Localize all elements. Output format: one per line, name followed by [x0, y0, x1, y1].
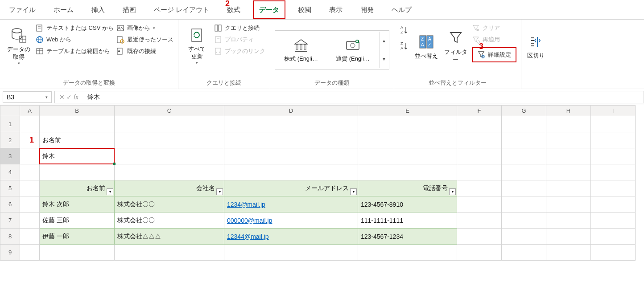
- queries-connections-button[interactable]: クエリと接続: [214, 24, 265, 32]
- split-icon: [528, 34, 544, 49]
- formula-input[interactable]: 鈴木: [83, 91, 644, 103]
- cell[interactable]: 111-1111-1111: [358, 212, 457, 229]
- cell[interactable]: 123-4567-1234: [358, 229, 457, 245]
- recent-sources-button[interactable]: 最近使ったソース: [116, 36, 173, 44]
- workbook-links-button[interactable]: ブックのリンク: [214, 47, 265, 55]
- svg-point-14: [118, 27, 120, 28]
- text-to-columns-button[interactable]: 区切り: [526, 22, 546, 71]
- svg-point-18: [118, 50, 120, 52]
- tab-view[interactable]: 表示: [324, 1, 348, 18]
- get-data-button[interactable]: データの 取得 ▾: [4, 22, 33, 71]
- sort-desc-icon[interactable]: ZA: [400, 41, 409, 51]
- cell[interactable]: お名前: [40, 132, 115, 148]
- cell[interactable]: 1234@mail.jp: [224, 196, 358, 212]
- row-header[interactable]: 6: [0, 196, 20, 212]
- col-header[interactable]: G: [502, 106, 546, 116]
- annotation-3: 3: [479, 42, 483, 51]
- sort-button[interactable]: ZAAZ 並べ替え: [413, 22, 440, 71]
- name-box[interactable]: B3 ▾: [3, 91, 52, 103]
- fx-icon[interactable]: fx: [74, 94, 78, 101]
- row-header[interactable]: 3: [0, 148, 20, 164]
- tab-data[interactable]: データ: [253, 0, 285, 19]
- tab-pagelayout[interactable]: ページ レイアウト: [149, 1, 215, 18]
- table-header[interactable]: 会社名▾: [115, 180, 224, 196]
- col-header[interactable]: F: [457, 106, 502, 116]
- cell[interactable]: 鈴木 次郎: [40, 196, 115, 212]
- row-header[interactable]: 1: [0, 116, 20, 132]
- col-header[interactable]: I: [591, 106, 636, 116]
- table-header[interactable]: 電話番号▾: [358, 180, 457, 196]
- row-header[interactable]: 4: [0, 164, 20, 180]
- row-header[interactable]: 5: [0, 180, 20, 196]
- from-web-button[interactable]: Web から: [36, 36, 114, 44]
- cell[interactable]: 株式会社△△△: [115, 229, 224, 245]
- stocks-type[interactable]: 株式 (Engli…: [276, 37, 326, 63]
- row-header[interactable]: 9: [0, 245, 20, 261]
- svg-rect-21: [219, 25, 221, 31]
- cell[interactable]: 123-4567-8910: [358, 196, 457, 212]
- cell[interactable]: 株式会社〇〇: [115, 196, 224, 212]
- group-data-types: 株式 (Engli… 通貨 (Engli… ▲ ▼ データの種類: [270, 20, 394, 89]
- group-data-tools: 区切り: [521, 20, 551, 89]
- col-header[interactable]: E: [358, 106, 457, 116]
- gallery-up[interactable]: ▲: [380, 32, 388, 50]
- tab-help[interactable]: ヘルプ: [386, 1, 417, 18]
- ribbon-tabs: 2 ファイル ホーム 挿入 描画 ページ レイアウト 数式 データ 校閲 表示 …: [0, 0, 644, 20]
- svg-text:A: A: [400, 25, 403, 30]
- existing-connections-button[interactable]: 既存の接続: [116, 47, 173, 55]
- mail-link[interactable]: 1234@mail.jp: [227, 201, 265, 208]
- col-header[interactable]: B: [40, 106, 115, 116]
- group-sort-filter: 3 AZ ZA ZAAZ 並べ替え フィルター クリア 再適用 詳細設定 並べ替…: [394, 20, 521, 89]
- row-header[interactable]: 7: [0, 212, 20, 229]
- cell[interactable]: 佐藤 三郎: [40, 212, 115, 229]
- enter-icon[interactable]: ✓: [66, 94, 72, 101]
- tab-developer[interactable]: 開発: [355, 1, 379, 18]
- cancel-icon[interactable]: ✕: [59, 94, 65, 101]
- select-all[interactable]: [0, 106, 20, 116]
- col-header[interactable]: H: [546, 106, 591, 116]
- properties-button[interactable]: プロパティ: [214, 36, 265, 44]
- col-header[interactable]: C: [115, 106, 224, 116]
- filter-dropdown[interactable]: ▾: [107, 188, 113, 195]
- filter-dropdown[interactable]: ▾: [216, 188, 223, 195]
- col-header[interactable]: D: [224, 106, 358, 116]
- cell[interactable]: 株式会社〇〇: [115, 212, 224, 229]
- currency-type[interactable]: 通貨 (Engli…: [328, 37, 378, 63]
- row-header[interactable]: 2: [0, 132, 20, 148]
- clear-filter-button[interactable]: クリア: [472, 24, 516, 32]
- tab-draw[interactable]: 描画: [117, 1, 141, 18]
- from-text-csv-button[interactable]: テキストまたは CSV から: [36, 24, 114, 32]
- worksheet[interactable]: 1 A B C D E F G H I 1 2 お名前 3 鈴木 4 5 お名前…: [0, 105, 644, 261]
- mail-link[interactable]: 12344@mail.jp: [227, 233, 269, 240]
- advanced-filter-button[interactable]: 詳細設定: [472, 47, 516, 62]
- group-label: データの種類: [275, 77, 389, 87]
- from-table-range-button[interactable]: テーブルまたは範囲から: [36, 47, 114, 55]
- data-type-gallery[interactable]: 株式 (Engli… 通貨 (Engli… ▲ ▼: [275, 30, 389, 69]
- globe-icon: [36, 36, 44, 44]
- gallery-down[interactable]: ▼: [380, 50, 388, 68]
- tab-review[interactable]: 校閲: [293, 1, 317, 18]
- chevron-down-icon[interactable]: ▾: [45, 95, 48, 99]
- filter-button[interactable]: フィルター: [442, 22, 469, 71]
- row-header[interactable]: 8: [0, 229, 20, 245]
- cell[interactable]: 000000@mail.jp: [224, 212, 358, 229]
- sort-asc-icon[interactable]: AZ: [400, 25, 409, 35]
- svg-rect-24: [215, 48, 221, 54]
- tab-home[interactable]: ホーム: [48, 1, 79, 18]
- reapply-button[interactable]: 再適用: [472, 36, 516, 44]
- tab-insert[interactable]: 挿入: [86, 1, 110, 18]
- table-header[interactable]: メールアドレス▾: [224, 180, 358, 196]
- filter-dropdown[interactable]: ▾: [449, 188, 456, 195]
- cell[interactable]: 12344@mail.jp: [224, 229, 358, 245]
- col-header[interactable]: A: [20, 106, 40, 116]
- tab-file[interactable]: ファイル: [4, 1, 41, 18]
- cell[interactable]: 伊藤 一郎: [40, 229, 115, 245]
- from-picture-button[interactable]: 画像から▾: [116, 24, 173, 32]
- svg-text:Z: Z: [421, 37, 424, 41]
- filter-dropdown[interactable]: ▾: [350, 188, 357, 195]
- refresh-all-button[interactable]: すべて 更新 ▾: [183, 22, 211, 71]
- cell-selected[interactable]: 鈴木: [40, 148, 115, 164]
- table-header[interactable]: お名前▾: [40, 180, 115, 196]
- svg-text:Z: Z: [428, 42, 431, 47]
- mail-link[interactable]: 000000@mail.jp: [227, 217, 272, 224]
